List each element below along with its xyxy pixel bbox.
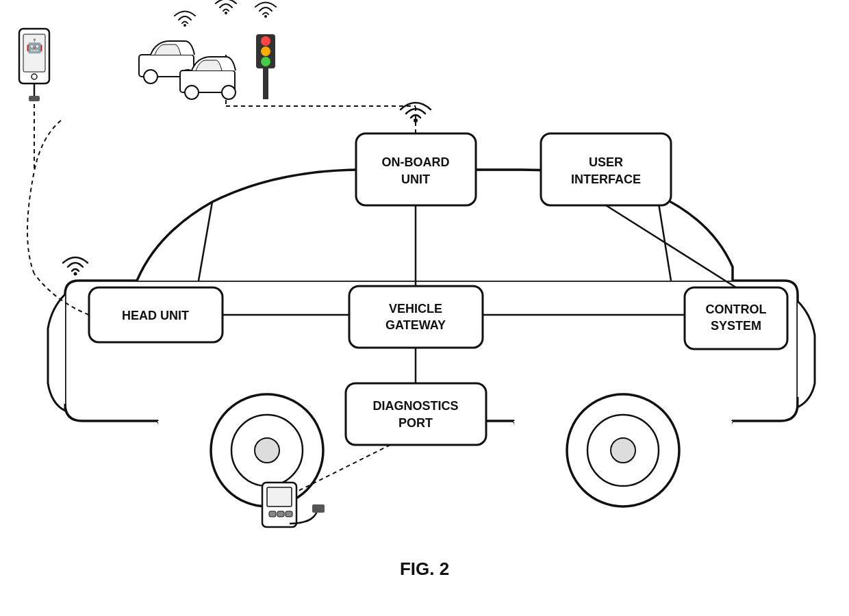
svg-point-27 [183, 24, 186, 27]
svg-rect-13 [346, 383, 486, 445]
svg-rect-46 [29, 96, 40, 101]
onboard-unit-box: ON-BOARD UNIT [356, 133, 476, 205]
svg-point-7 [611, 438, 635, 463]
wifi-icon-car2 [216, 0, 236, 14]
svg-rect-51 [286, 511, 292, 517]
diagram-container: ON-BOARD UNIT USER INTERFACE HEAD UNIT V… [0, 0, 849, 616]
user-interface-box: USER INTERFACE [541, 133, 671, 205]
diagnostic-tool [262, 483, 325, 527]
svg-point-38 [261, 36, 270, 46]
wifi-icon-traffic [255, 3, 276, 18]
traffic-light [256, 34, 275, 99]
diagnostics-port-label-1: DIAGNOSTICS [372, 399, 458, 413]
head-unit-box: HEAD UNIT [89, 287, 223, 342]
svg-rect-8 [356, 133, 476, 205]
svg-rect-36 [263, 65, 268, 99]
onboard-unit-label-1: ON-BOARD [382, 155, 450, 169]
svg-rect-11 [349, 286, 483, 348]
head-unit-label: HEAD UNIT [122, 309, 189, 322]
svg-point-34 [185, 86, 199, 99]
svg-point-39 [261, 47, 270, 56]
diagnostics-port-label-2: PORT [398, 416, 433, 430]
onboard-unit-label-2: UNIT [401, 172, 430, 186]
user-interface-label-2: INTERFACE [571, 172, 641, 186]
svg-rect-9 [541, 133, 671, 205]
rear-wheel [567, 394, 679, 506]
svg-rect-52 [312, 504, 325, 513]
svg-point-4 [255, 438, 279, 463]
svg-rect-49 [269, 511, 276, 517]
figure-label: FIG. 2 [400, 559, 449, 579]
control-system-label-2: SYSTEM [711, 319, 761, 333]
mobile-phone: 🤖 [19, 29, 49, 101]
control-system-label-1: CONTROL [706, 303, 767, 316]
svg-point-26 [74, 272, 77, 276]
wifi-icon-head-unit [63, 257, 88, 276]
control-system-box: CONTROL SYSTEM [685, 287, 787, 349]
svg-rect-50 [277, 511, 284, 517]
diagnostics-port-box: DIAGNOSTICS PORT [346, 383, 486, 445]
svg-point-31 [144, 70, 157, 84]
svg-text:🤖: 🤖 [26, 38, 43, 54]
vehicle-gateway-box: VEHICLE GATEWAY [349, 286, 483, 348]
svg-point-28 [225, 12, 227, 14]
svg-rect-48 [267, 487, 292, 506]
vehicle-gateway-label-2: GATEWAY [385, 318, 446, 332]
svg-point-25 [414, 118, 418, 123]
svg-point-29 [264, 15, 267, 18]
svg-point-40 [261, 57, 270, 66]
vehicle-gateway-label-1: VEHICLE [389, 302, 442, 316]
wifi-icon-car1 [175, 12, 195, 27]
user-interface-label-1: USER [589, 155, 623, 169]
svg-point-35 [222, 86, 236, 99]
